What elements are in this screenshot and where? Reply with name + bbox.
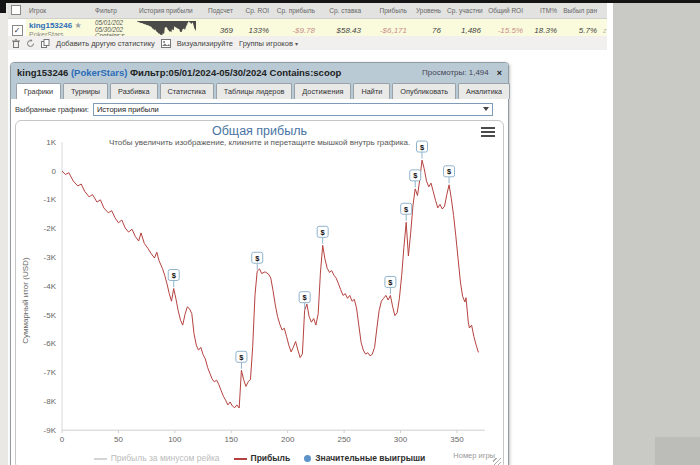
popup-tabs: Графики Турниры Разбивка Статистика Табл… <box>11 82 508 99</box>
x-axis-title: Номер игры <box>453 451 495 460</box>
graph-type-select[interactable]: История прибыли <box>93 103 493 116</box>
page-right-margin-dark <box>655 437 700 465</box>
col-avg-roi[interactable]: Ср. ROI <box>236 3 272 19</box>
trash-icon[interactable] <box>12 34 20 52</box>
selected-graphs-label: Выбранные графики: <box>15 105 89 114</box>
col-early-bust[interactable]: Выбыл ран <box>560 3 600 19</box>
favorite-star-icon[interactable]: ★ <box>74 21 81 30</box>
y-tick-label: -1K <box>44 195 57 204</box>
player-link[interactable]: king153246 <box>29 21 72 30</box>
y-tick-label: -3K <box>44 253 57 262</box>
y-tick-label: -5K <box>44 311 57 320</box>
legend-item-significant-wins[interactable]: Значительные выигрыши <box>304 453 425 463</box>
profit-plot[interactable]: 0501001502002503003501K0-1K-2K-3K-4K-5K-… <box>16 140 501 452</box>
image-icon[interactable] <box>161 34 171 52</box>
tab-publish[interactable]: Опубликовать <box>392 83 456 99</box>
y-tick-label: -6K <box>44 339 57 348</box>
x-tick-label: 200 <box>281 435 295 444</box>
tab-graphs[interactable]: Графики <box>16 83 61 99</box>
y-tick-label: -8K <box>44 397 57 406</box>
tab-tournaments[interactable]: Турниры <box>63 83 108 99</box>
y-tick-label: -7K <box>44 368 57 377</box>
views-counter: Просмотры: 1,494 <box>422 68 497 77</box>
player-groups-dropdown[interactable]: Группы игроков ▾ <box>239 39 298 48</box>
top-left-notch <box>0 0 6 13</box>
add-statistic-button[interactable]: Добавить другую статистику <box>56 39 155 48</box>
chevron-down-icon <box>483 107 489 111</box>
y-tick-label: 0 <box>52 167 57 176</box>
player-stats-popup: king153246 (PokerStars) Фильтр:05/01/202… <box>10 62 509 465</box>
chart-legend: Прибыль за минусом рейка Прибыль Значите… <box>16 453 503 463</box>
profit-chart[interactable]: Общая прибыль Чтобы увеличить изображени… <box>15 120 504 465</box>
tab-breakdown[interactable]: Разбивка <box>110 83 157 99</box>
tab-analytics[interactable]: Аналитика <box>458 83 510 99</box>
tab-find[interactable]: Найти <box>353 83 390 99</box>
table-toolbar: Добавить другую статистику Визуализируйт… <box>8 36 607 50</box>
col-count[interactable]: Подсчет <box>196 3 236 19</box>
legend-item-net-profit[interactable]: Прибыль за минусом рейка <box>94 453 220 463</box>
col-level[interactable]: Уровень <box>410 3 444 19</box>
popup-title: king153246 (PokerStars) Фильтр:05/01/202… <box>17 67 341 78</box>
popup-header[interactable]: king153246 (PokerStars) Фильтр:05/01/202… <box>11 63 508 82</box>
x-tick-label: 50 <box>114 435 123 444</box>
tab-leaderboards[interactable]: Таблицы лидеров <box>216 83 292 99</box>
col-entrants[interactable]: Ср. участни <box>444 3 484 19</box>
x-tick-label: 350 <box>450 435 464 444</box>
win-dot-icon <box>304 455 311 462</box>
select-all-checkbox[interactable] <box>11 5 21 15</box>
y-tick-label: -2K <box>44 224 57 233</box>
col-player[interactable]: Игрок <box>26 3 92 19</box>
y-tick-label: -4K <box>44 282 57 291</box>
row-extra-icon[interactable]: z <box>603 27 607 34</box>
visualize-button[interactable]: Визуализируйте <box>177 39 233 48</box>
col-itm[interactable]: ITM% <box>526 3 560 19</box>
x-tick-label: 150 <box>225 435 239 444</box>
y-tick-label: 1K <box>46 140 56 147</box>
legend-item-profit[interactable]: Прибыль <box>234 453 291 463</box>
col-history[interactable]: История прибыли <box>136 3 196 19</box>
copy-icon[interactable] <box>41 34 50 52</box>
popup-body: Выбранные графики: История прибыли Общая… <box>11 99 508 465</box>
tab-statistics[interactable]: Статистика <box>160 83 214 99</box>
col-profit[interactable]: Прибыль <box>364 3 410 19</box>
col-avg-profit[interactable]: Ср. прибыль <box>272 3 318 19</box>
x-tick-label: 250 <box>337 435 351 444</box>
profit-line <box>62 160 478 408</box>
x-tick-label: 300 <box>394 435 408 444</box>
x-tick-label: 100 <box>168 435 182 444</box>
chart-title: Общая прибыль <box>16 124 503 138</box>
left-gutter <box>0 3 8 465</box>
col-total-roi[interactable]: Общий ROI <box>484 3 526 19</box>
close-icon[interactable]: × <box>497 68 502 78</box>
chevron-down-icon: ▾ <box>295 41 298 47</box>
tab-achievements[interactable]: Достижения <box>294 83 351 99</box>
chart-menu-icon[interactable] <box>481 127 495 138</box>
y-tick-label: -9K <box>44 426 57 435</box>
refresh-icon[interactable] <box>26 34 35 52</box>
y-axis-title: Суммарный итог (USD) <box>21 257 30 344</box>
resize-handle[interactable] <box>493 458 501 465</box>
x-tick-label: 0 <box>60 435 65 444</box>
table-header-row: Игрок Фильтр История прибыли Подсчет Ср.… <box>8 3 607 19</box>
col-filter[interactable]: Фильтр <box>92 3 136 19</box>
page-right-margin <box>613 3 700 465</box>
col-avg-stake[interactable]: Ср. ставка <box>318 3 364 19</box>
